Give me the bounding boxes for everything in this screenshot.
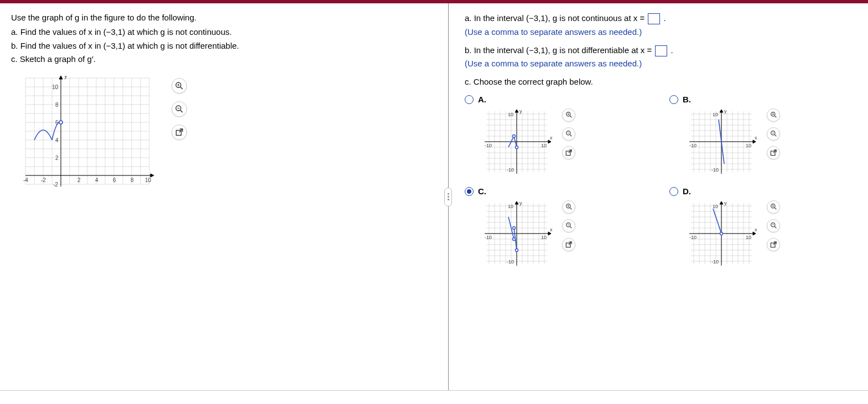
- radio-D[interactable]: [669, 187, 678, 196]
- choice-D-zoom-in-icon[interactable]: [767, 200, 780, 214]
- svg-text:-10: -10: [507, 259, 514, 265]
- svg-text:-10: -10: [689, 235, 697, 240]
- svg-text:6: 6: [113, 177, 116, 183]
- question-a: a. Find the values of x in (−3,1) at whi…: [11, 27, 432, 38]
- svg-line-62: [775, 116, 776, 117]
- answer-a-text: a. In the interval (−3,1), g is not cont…: [465, 13, 644, 23]
- svg-text:-2: -2: [53, 182, 58, 188]
- svg-text:x: x: [755, 135, 757, 141]
- svg-text:10: 10: [713, 204, 718, 209]
- answer-b-input[interactable]: [655, 45, 667, 56]
- question-panel: Use the graph of g in the figure to do t…: [0, 3, 443, 390]
- svg-text:-2: -2: [41, 177, 46, 183]
- choice-D-popout-icon[interactable]: [767, 238, 780, 251]
- popout-icon[interactable]: [171, 125, 187, 140]
- svg-marker-53: [720, 110, 723, 112]
- svg-text:10: 10: [508, 112, 513, 117]
- svg-text:y: y: [519, 108, 522, 114]
- choice-C-popout-icon[interactable]: [562, 238, 575, 251]
- choice-A-zoom-out-icon[interactable]: [562, 127, 575, 141]
- svg-text:-4: -4: [23, 177, 28, 183]
- svg-point-103: [720, 232, 723, 235]
- answer-a-period: .: [664, 13, 666, 23]
- svg-point-83: [516, 248, 518, 251]
- panel-divider: [443, 3, 454, 390]
- svg-marker-3: [59, 76, 63, 79]
- svg-text:10: 10: [746, 143, 751, 148]
- answer-a-input[interactable]: [648, 13, 660, 24]
- main-graph: -4 -2 2 4 6 8 10 -2 2 4 6 8 10 x: [11, 76, 155, 198]
- svg-point-81: [513, 226, 516, 229]
- svg-text:y: y: [724, 108, 727, 114]
- choice-B-popout-icon[interactable]: [767, 146, 780, 159]
- mini-graph-A: -1010 10-10 xy: [478, 108, 555, 175]
- answer-c-text: c. Choose the correct graph below.: [465, 76, 857, 89]
- radio-A[interactable]: [465, 95, 474, 104]
- choice-C-zoom-out-icon[interactable]: [562, 219, 575, 232]
- svg-text:-10: -10: [711, 259, 719, 265]
- answer-a-hint: (Use a comma to separate answers as need…: [465, 27, 857, 37]
- svg-line-89: [570, 226, 571, 228]
- graph-tool-column: [171, 78, 187, 140]
- svg-text:10: 10: [541, 143, 547, 148]
- zoom-in-icon[interactable]: [171, 78, 187, 94]
- svg-point-41: [516, 146, 518, 148]
- svg-text:x: x: [550, 135, 553, 141]
- content-area: Use the graph of g in the figure to do t…: [0, 3, 868, 391]
- svg-text:y: y: [519, 200, 522, 206]
- choice-C-zoom-in-icon[interactable]: [562, 200, 575, 214]
- mini-graph-B: -1010 10-10 xy: [683, 108, 760, 175]
- choice-A-label: A.: [478, 95, 575, 104]
- svg-text:8: 8: [55, 102, 59, 108]
- choice-D-zoom-out-icon[interactable]: [767, 219, 780, 232]
- svg-marker-95: [720, 201, 723, 204]
- answer-b-hint: (Use a comma to separate answers as need…: [465, 59, 857, 68]
- svg-text:x: x: [550, 227, 553, 232]
- choice-D-label: D.: [683, 187, 780, 196]
- svg-marker-31: [515, 110, 518, 112]
- choice-B-zoom-out-icon[interactable]: [767, 127, 780, 141]
- svg-text:-10: -10: [689, 143, 697, 148]
- svg-text:-10: -10: [485, 143, 492, 148]
- svg-text:4: 4: [55, 137, 59, 143]
- svg-line-85: [570, 208, 571, 209]
- answer-b-line: b. In the interval (−3,1), g is not diff…: [465, 44, 857, 57]
- answer-a-line: a. In the interval (−3,1), g is not cont…: [465, 12, 857, 25]
- zoom-out-icon[interactable]: [171, 101, 187, 117]
- svg-line-43: [570, 116, 571, 117]
- choice-C-label: C.: [478, 187, 575, 196]
- svg-text:y: y: [724, 200, 727, 206]
- svg-marker-72: [515, 201, 518, 204]
- choice-A-popout-icon[interactable]: [562, 146, 575, 159]
- svg-text:-10: -10: [485, 235, 492, 240]
- svg-text:10: 10: [52, 84, 59, 90]
- svg-line-47: [570, 134, 571, 136]
- answer-b-period: .: [671, 45, 673, 55]
- question-intro: Use the graph of g in the figure to do t…: [11, 12, 432, 23]
- choice-A-zoom-in-icon[interactable]: [562, 108, 575, 122]
- radio-B[interactable]: [669, 95, 678, 104]
- svg-text:10: 10: [145, 177, 152, 183]
- svg-text:10: 10: [508, 204, 513, 209]
- svg-text:10: 10: [746, 235, 751, 240]
- svg-text:4: 4: [95, 177, 98, 183]
- svg-text:x: x: [755, 227, 757, 232]
- answer-b-text: b. In the interval (−3,1), g is not diff…: [465, 45, 652, 55]
- svg-point-19: [59, 121, 63, 124]
- svg-text:2: 2: [55, 155, 59, 161]
- choices-grid: A.: [465, 94, 852, 267]
- svg-line-102: [713, 209, 721, 234]
- svg-text:10: 10: [713, 112, 718, 117]
- svg-text:8: 8: [131, 177, 134, 183]
- svg-point-40: [513, 134, 516, 137]
- choice-C: C.: [465, 186, 647, 267]
- divider-handle[interactable]: [444, 188, 452, 206]
- mini-graph-D: -1010 10-10 xy: [683, 200, 760, 267]
- svg-text:-10: -10: [711, 167, 719, 173]
- svg-line-21: [180, 87, 183, 89]
- choice-B-zoom-in-icon[interactable]: [767, 108, 780, 122]
- main-graph-area: -4 -2 2 4 6 8 10 -2 2 4 6 8 10 x: [11, 76, 432, 198]
- svg-line-105: [775, 208, 776, 209]
- svg-line-109: [775, 226, 776, 228]
- radio-C[interactable]: [465, 187, 474, 196]
